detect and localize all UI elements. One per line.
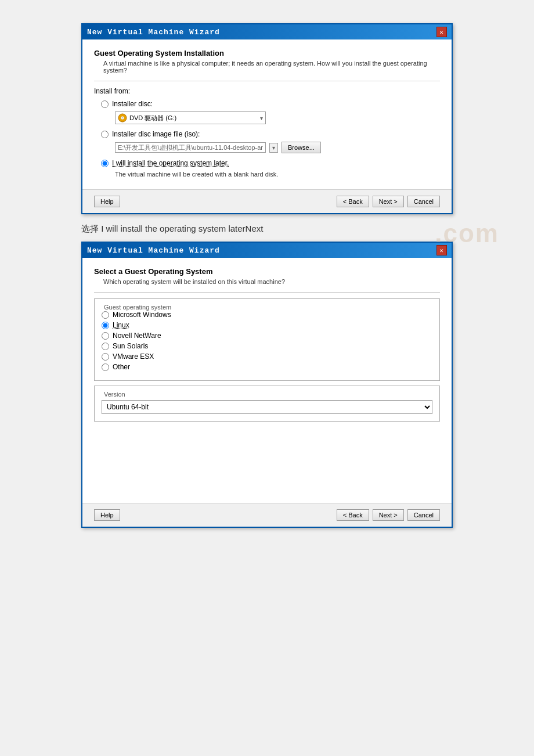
wizard-body-1: Guest Operating System Installation A vi… — [82, 39, 452, 189]
radio-iso-label: Installer disc image file (iso): — [112, 130, 200, 138]
disc-dropdown-row: DVD 驱动器 (G:) ▾ — [115, 111, 440, 124]
next-button-1[interactable]: Next > — [373, 196, 404, 207]
radio-solaris-label: Sun Solaris — [113, 342, 148, 350]
radio-disc[interactable] — [101, 100, 109, 108]
cancel-button-1[interactable]: Cancel — [407, 196, 440, 207]
radio-item-esx[interactable]: VMware ESX — [102, 352, 432, 361]
radio-later[interactable] — [101, 160, 109, 167]
radio-item-linux[interactable]: Linux — [102, 321, 432, 329]
radio-other[interactable] — [102, 363, 109, 371]
radio-item-later[interactable]: I will install the operating system late… — [101, 159, 440, 167]
install-from-label: Install from: — [94, 87, 440, 95]
radio-esx-label: VMware ESX — [113, 352, 154, 361]
wizard-titlebar-1: New Virtual Machine Wizard ✕ — [82, 24, 452, 39]
wizard-header-desc-2: Which operating system will be installed… — [94, 278, 440, 285]
dvd-drive-value: DVD 驱动器 (G:) — [129, 114, 260, 123]
between-label: 选择 I will install the operating system l… — [81, 224, 263, 233]
close-button-2[interactable]: ✕ — [436, 245, 447, 255]
cancel-button-2[interactable]: Cancel — [407, 509, 440, 521]
wizard-header-title-1: Guest Operating System Installation — [94, 49, 440, 57]
radio-group-2: Installer disc image file (iso): ▾ Brows… — [101, 130, 440, 153]
radio-disc-label: Installer disc: — [112, 100, 153, 108]
browse-button[interactable]: Browse... — [282, 142, 321, 153]
close-button-1[interactable]: ✕ — [436, 27, 447, 37]
install-later-desc: The virtual machine will be created with… — [101, 171, 440, 178]
radio-solaris[interactable] — [102, 343, 109, 350]
next-button-2[interactable]: Next > — [373, 509, 404, 521]
radio-esx[interactable] — [102, 353, 109, 361]
radio-item-novell[interactable]: Novell NetWare — [102, 332, 432, 340]
back-button-1[interactable]: < Back — [337, 196, 369, 207]
wizard-footer-1: Help < Back Next > Cancel — [82, 189, 452, 213]
dvd-icon — [118, 113, 127, 123]
version-dropdown[interactable]: Ubuntu 64-bit — [102, 400, 432, 414]
svg-point-2 — [122, 117, 123, 118]
wizard-titlebar-2: New Virtual Machine Wizard ✕ — [82, 243, 452, 258]
between-section: 选择 I will install the operating system l… — [81, 224, 453, 235]
wizard-body-2: Select a Guest Operating System Which op… — [82, 258, 452, 503]
guest-os-legend: Guest operating system — [102, 304, 432, 311]
iso-row: ▾ Browse... — [115, 142, 440, 153]
wizard-footer-2: Help < Back Next > Cancel — [82, 503, 452, 527]
wizard-title-2: New Virtual Machine Wizard — [87, 246, 220, 255]
wizard-title-1: New Virtual Machine Wizard — [87, 28, 220, 37]
spacer-2 — [94, 426, 440, 496]
back-button-2[interactable]: < Back — [337, 509, 369, 521]
version-fieldset: Version Ubuntu 64-bit — [94, 386, 440, 422]
radio-linux-label: Linux — [113, 321, 129, 329]
radio-later-label: I will install the operating system late… — [112, 159, 229, 167]
radio-item-solaris[interactable]: Sun Solaris — [102, 342, 432, 350]
version-legend: Version — [102, 391, 432, 398]
radio-item-disc[interactable]: Installer disc: — [101, 100, 440, 108]
version-select-row: Ubuntu 64-bit — [102, 400, 432, 414]
iso-path-input[interactable] — [115, 142, 266, 153]
wizard-header-title-2: Select a Guest Operating System — [94, 267, 440, 276]
wizard-header-1: Guest Operating System Installation A vi… — [94, 49, 440, 74]
divider-1 — [94, 81, 440, 81]
guest-os-fieldset: Guest operating system Microsoft Windows… — [94, 298, 440, 381]
footer-right-2: < Back Next > Cancel — [337, 509, 440, 521]
footer-right-1: < Back Next > Cancel — [337, 196, 440, 207]
radio-item-iso[interactable]: Installer disc image file (iso): — [101, 130, 440, 138]
radio-windows-label: Microsoft Windows — [113, 311, 171, 319]
radio-linux[interactable] — [102, 322, 109, 329]
radio-novell[interactable] — [102, 332, 109, 340]
radio-group-1: Installer disc: DVD 驱动器 (G:) ▾ — [101, 100, 440, 124]
wizard-header-2: Select a Guest Operating System Which op… — [94, 267, 440, 285]
wizard-window-1: New Virtual Machine Wizard ✕ Guest Opera… — [81, 23, 453, 214]
wizard-window-2: New Virtual Machine Wizard ✕ Select a Gu… — [81, 242, 453, 528]
iso-dropdown-arrow: ▾ — [269, 143, 278, 153]
radio-group-3: I will install the operating system late… — [101, 159, 440, 178]
radio-item-windows[interactable]: Microsoft Windows — [102, 311, 432, 319]
wizard-header-desc-1: A virtual machine is like a physical com… — [94, 60, 440, 74]
dvd-dropdown-arrow: ▾ — [260, 115, 263, 121]
dvd-dropdown[interactable]: DVD 驱动器 (G:) ▾ — [115, 111, 266, 124]
divider-2 — [94, 292, 440, 293]
radio-other-label: Other — [113, 363, 130, 371]
radio-iso[interactable] — [101, 131, 109, 138]
radio-novell-label: Novell NetWare — [113, 332, 161, 340]
radio-item-other[interactable]: Other — [102, 363, 432, 371]
help-button-2[interactable]: Help — [94, 509, 120, 521]
radio-windows[interactable] — [102, 311, 109, 319]
help-button-1[interactable]: Help — [94, 196, 120, 207]
